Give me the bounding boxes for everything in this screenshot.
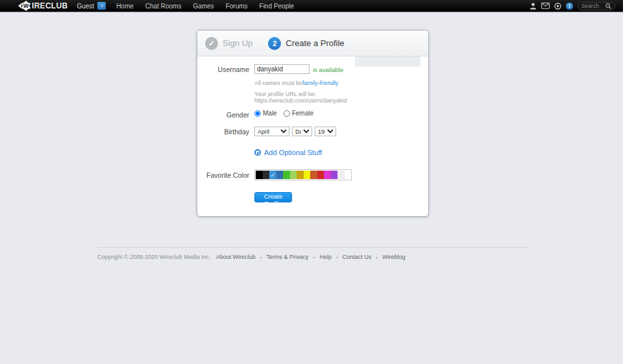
birthday-year-select[interactable]: 1991: [315, 127, 336, 136]
gender-options: MaleFemale: [254, 110, 320, 117]
family-friendly-link[interactable]: family-friendly: [302, 80, 339, 86]
create-profile-button[interactable]: Create Profile: [254, 192, 292, 202]
footer-separator: •: [336, 254, 338, 260]
color-swatch-5[interactable]: [290, 171, 297, 179]
gender-option-label: Male: [263, 110, 277, 117]
birthday-label: Birthday: [197, 127, 249, 136]
favorite-color-label: Favorite Color: [197, 169, 249, 179]
user-icon[interactable]: [530, 3, 537, 10]
wireclub-logo[interactable]: W IRECLUB: [18, 1, 67, 11]
mail-icon[interactable]: [541, 3, 550, 9]
footer-link-contact-us[interactable]: Contact Us: [343, 254, 372, 260]
step1-label: Sign Up: [223, 38, 252, 48]
gender-radio-female[interactable]: [284, 110, 290, 117]
svg-text:W: W: [23, 3, 29, 9]
nav-item-games[interactable]: Games: [193, 3, 214, 10]
username-input[interactable]: [254, 64, 310, 74]
step1-check-icon: ✓: [205, 37, 218, 50]
navbar-right: 1: [530, 2, 615, 10]
nav-item-forums[interactable]: Forums: [226, 3, 248, 10]
gender-row: Gender MaleFemale: [197, 110, 428, 119]
footer-link-wireblog[interactable]: Wireblog: [382, 254, 406, 260]
search-box[interactable]: [578, 2, 615, 10]
search-icon[interactable]: [605, 3, 611, 9]
color-swatch-10[interactable]: [324, 171, 331, 179]
color-swatch-13[interactable]: [345, 171, 352, 179]
color-swatch-0[interactable]: [256, 171, 263, 179]
color-swatch-9[interactable]: [317, 171, 324, 179]
color-swatch-7[interactable]: [304, 171, 311, 179]
footer-link-about-wireclub[interactable]: About Wireclub: [216, 254, 256, 260]
nav-item-find-people[interactable]: Find People: [260, 3, 294, 10]
gender-option-male[interactable]: Male: [254, 110, 277, 117]
nav-item-home[interactable]: Home: [116, 3, 134, 10]
color-swatch-12[interactable]: [337, 171, 345, 179]
top-navbar: W IRECLUB Guest ? HomeChat RoomsGamesFor…: [0, 0, 623, 12]
guest-help-badge[interactable]: ?: [97, 2, 106, 10]
color-swatches: ✓: [254, 169, 352, 180]
color-swatch-4[interactable]: [283, 171, 290, 179]
copyright-text: Copyright © 2005-2020 Wireclub Media Inc…: [97, 254, 211, 260]
create-profile-modal: ✓ Sign Up 2 Create a Profile Username is…: [197, 30, 429, 217]
wizard-header: ✓ Sign Up 2 Create a Profile: [197, 30, 428, 56]
gender-option-female[interactable]: Female: [284, 110, 313, 117]
guest-label: Guest: [77, 3, 94, 10]
footer-separator: •: [260, 254, 262, 260]
submit-row: Create Profile: [254, 192, 292, 202]
footer-link-terms-privacy[interactable]: Terms & Privacy: [267, 254, 309, 260]
nav-items: HomeChat RoomsGamesForumsFind People: [116, 3, 294, 10]
color-swatch-selected[interactable]: ✓: [269, 171, 276, 179]
help-prefix: All names must be: [254, 80, 302, 86]
username-row: Username is available: [197, 64, 428, 74]
brand-text: IRECLUB: [32, 1, 67, 10]
favorite-color-row: Favorite Color ✓: [197, 169, 428, 180]
search-input[interactable]: [581, 3, 604, 9]
profile-url-line1: Your profile URL will be:: [254, 91, 347, 97]
gender-option-label: Female: [292, 110, 313, 117]
profile-url-note: Your profile URL will be: https://wirecl…: [254, 91, 347, 104]
nav-item-chat-rooms[interactable]: Chat Rooms: [145, 3, 182, 10]
birthday-month-select[interactable]: April: [254, 127, 289, 136]
birthday-day-select[interactable]: Day: [292, 127, 312, 136]
add-optional-stuff-label: Add Optional Stuff: [264, 149, 322, 156]
wireclub-logo-icon: W: [18, 1, 31, 11]
color-swatch-1[interactable]: [263, 171, 270, 179]
step2-number-badge: 2: [268, 37, 281, 50]
footer-separator: •: [376, 254, 378, 260]
username-help-text: All names must be family-friendly: [254, 80, 339, 86]
birthday-row: Birthday April Day 1991: [197, 127, 428, 136]
color-swatch-3[interactable]: [276, 171, 284, 179]
footer-link-help[interactable]: Help: [319, 254, 332, 260]
expand-circle-icon: [254, 149, 261, 156]
profile-url-line2: https://wireclub.com/users/danyakid: [254, 97, 347, 104]
footer-separator: •: [313, 254, 315, 260]
username-label: Username: [197, 64, 249, 73]
footer-links: About Wireclub•Terms & Privacy•Help•Cont…: [216, 254, 406, 260]
color-swatch-8[interactable]: [310, 171, 317, 179]
color-swatch-11[interactable]: [331, 171, 338, 179]
username-availability-status: is available: [313, 65, 343, 73]
page-footer: Copyright © 2005-2020 Wireclub Media Inc…: [97, 247, 530, 260]
add-optional-stuff-link[interactable]: Add Optional Stuff: [254, 149, 322, 156]
status-disc-icon[interactable]: [554, 3, 561, 10]
gender-radio-male[interactable]: [254, 110, 261, 117]
gender-label: Gender: [197, 110, 249, 119]
color-swatch-6[interactable]: [297, 171, 304, 179]
step2-title: Create a Profile: [286, 38, 344, 48]
notification-badge[interactable]: 1: [566, 3, 573, 10]
guest-menu[interactable]: Guest ?: [77, 2, 106, 10]
